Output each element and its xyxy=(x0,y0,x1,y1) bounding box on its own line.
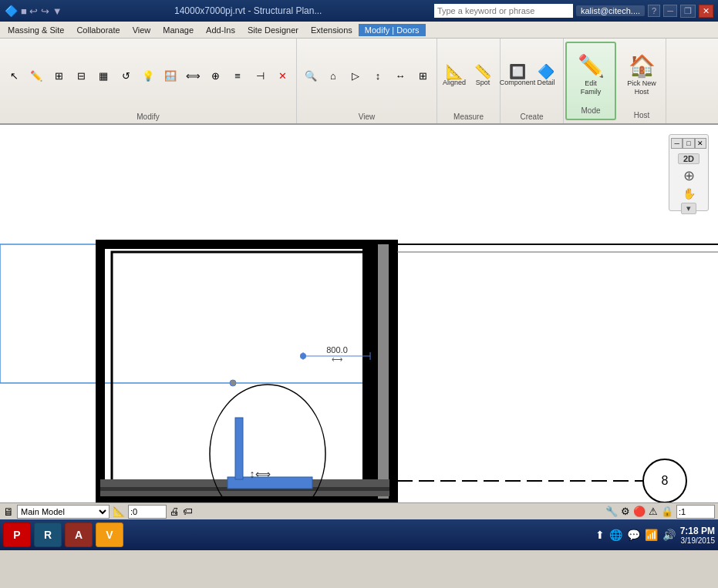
view-minimize-btn[interactable]: ─ xyxy=(671,138,683,149)
zoom-in-btn[interactable]: ▾ xyxy=(681,203,696,214)
view-btn3[interactable]: ▷ xyxy=(345,66,366,85)
zoom-input[interactable] xyxy=(676,505,715,519)
view-icon1: 🔍 xyxy=(305,71,317,81)
view-btn4[interactable]: ↕ xyxy=(367,66,389,85)
taskbar-right: ⬆ 🌐 💬 📶 🔊 7:18 PM 3/19/2015 xyxy=(595,526,715,545)
taskbar-btn-a[interactable]: A xyxy=(65,522,93,547)
rotate-btn[interactable]: ↺ xyxy=(115,66,137,85)
svg-rect-11 xyxy=(235,418,243,479)
user-badge: kalist@citech.... xyxy=(576,5,645,16)
menu-site-designer[interactable]: Site Designer xyxy=(241,24,305,36)
view-btn5[interactable]: ↔ xyxy=(389,66,411,85)
taskbar-icon-v: V xyxy=(106,529,113,541)
measure-icon2: 📏 xyxy=(474,65,491,79)
status-icon3: 🔴 xyxy=(633,506,646,517)
app-icon[interactable]: 🔷 xyxy=(5,5,18,17)
mode-label: Mode xyxy=(571,105,610,116)
more-btn[interactable]: ▦ xyxy=(93,66,114,85)
minimize-button[interactable]: ─ xyxy=(663,5,677,17)
window-btn[interactable]: 🪟 xyxy=(160,66,181,85)
view-btn1[interactable]: 🔍 xyxy=(300,66,322,85)
mirror-btn[interactable]: ⟺ xyxy=(182,66,204,85)
status-icon5: 🔒 xyxy=(661,506,673,517)
svg-rect-5 xyxy=(378,244,389,499)
more-icon: ▦ xyxy=(99,71,108,81)
restore-button[interactable]: ❐ xyxy=(680,5,696,18)
light-btn[interactable]: 💡 xyxy=(137,66,159,85)
menu-addins[interactable]: Add-Ins xyxy=(200,24,241,36)
align-btn[interactable]: ⊕ xyxy=(204,66,226,85)
taskbar-btn-p[interactable]: P xyxy=(3,522,31,547)
taskbar-sys-icon5: 🔊 xyxy=(662,529,676,541)
grid-btn[interactable]: ⊞ xyxy=(48,66,69,85)
svg-text:8: 8 xyxy=(662,474,669,487)
grid2-btn[interactable]: ⊟ xyxy=(70,66,92,85)
light-icon: 💡 xyxy=(142,71,154,81)
taskbar-btn-r[interactable]: R xyxy=(34,522,62,547)
create-label: Create xyxy=(504,111,560,122)
scale-input[interactable] xyxy=(128,505,167,519)
help-button[interactable]: ? xyxy=(648,5,660,17)
pick-new-host-btn[interactable]: 🏠 Pick New Host xyxy=(622,46,661,105)
view-icon5: ↔ xyxy=(396,71,406,81)
align2-icon: ≡ xyxy=(234,71,241,81)
model-selector[interactable]: Main Model xyxy=(17,505,110,519)
measure-btn1[interactable]: 📐 Aligned xyxy=(440,55,468,96)
canvas-area[interactable]: ↕⟺ 800.0 ⟷ 8 ─ ─ ─ ─ □ ✕ 2D ⊕ ✋ xyxy=(0,125,718,502)
status-icon1: 🔧 xyxy=(605,506,618,517)
view-close-btn[interactable]: ✕ xyxy=(695,138,706,149)
taskbar-sys-icon4: 📶 xyxy=(645,529,658,541)
align3-btn[interactable]: ⊣ xyxy=(249,66,271,85)
menu-manage[interactable]: Manage xyxy=(157,24,200,36)
ribbon-group-modify: ↖ ✏️ ⊞ ⊟ ▦ ↺ 💡 🪟 ⟺ ⊕ ≡ ⊣ ✕ Modify xyxy=(0,39,297,123)
taskbar-btn-v[interactable]: V xyxy=(96,522,123,547)
keyword-search[interactable] xyxy=(434,4,573,18)
ribbon-group-view: 🔍 ⌂ ▷ ↕ ↔ ⊞ View xyxy=(297,39,437,123)
view-label: View xyxy=(300,111,433,122)
taskbar-icon-a: A xyxy=(75,529,83,541)
menu-modify-doors[interactable]: Modify | Doors xyxy=(359,24,426,36)
taskbar-sys-icon2: 🌐 xyxy=(609,529,622,541)
pan-icon[interactable]: ✋ xyxy=(683,187,696,200)
tag-icon: 🏷 xyxy=(183,506,193,517)
modify-icon: ✏️ xyxy=(30,71,42,81)
grid2-icon: ⊟ xyxy=(77,71,86,81)
modify-label: Modify xyxy=(3,111,293,122)
delete-btn[interactable]: ✕ xyxy=(271,66,293,85)
view-icon4: ↕ xyxy=(376,71,381,81)
view-btn2[interactable]: ⌂ xyxy=(322,66,344,85)
svg-point-18 xyxy=(300,353,306,359)
create-btn2[interactable]: 🔷 Detail xyxy=(532,55,560,96)
edit-family-btn[interactable]: ✏️ Edit Family xyxy=(571,46,610,105)
menu-extensions[interactable]: Extensions xyxy=(305,24,359,36)
menu-massing-site[interactable]: Massing & Site xyxy=(2,24,70,36)
taskbar-icon-p: P xyxy=(13,529,20,541)
clock-time: 7:18 PM xyxy=(680,526,715,536)
view-2d-label: 2D xyxy=(678,153,699,164)
view-tools: 🔍 ⌂ ▷ ↕ ↔ ⊞ xyxy=(300,40,433,111)
taskbar-icon-r: R xyxy=(44,529,52,541)
quick-access-toolbar[interactable]: ■ ↩ ↪ ▼ xyxy=(21,5,62,17)
svg-point-19 xyxy=(230,380,236,386)
menu-collaborate[interactable]: Collaborate xyxy=(70,24,126,36)
pick-new-host-label: Pick New Host xyxy=(625,79,659,96)
menu-view[interactable]: View xyxy=(126,24,157,36)
zoom-extents-icon[interactable]: ⊕ xyxy=(683,167,695,184)
view-restore-btn[interactable]: □ xyxy=(683,138,694,149)
ribbon-group-create: 🔲 Component 🔷 Detail Create xyxy=(501,39,564,123)
measure-btn2[interactable]: 📏 Spot xyxy=(469,55,497,96)
view-btn6[interactable]: ⊞ xyxy=(412,66,433,85)
create-icon2: 🔷 xyxy=(538,65,555,79)
select-btn[interactable]: ↖ xyxy=(3,66,25,85)
menu-bar: Massing & Site Collaborate View Manage A… xyxy=(0,22,718,39)
modify-btn[interactable]: ✏️ xyxy=(25,66,47,85)
scale-icon: 📐 xyxy=(113,506,125,517)
align2-btn[interactable]: ≡ xyxy=(227,66,248,85)
create-btn1[interactable]: 🔲 Component xyxy=(504,55,531,96)
align-icon: ⊕ xyxy=(211,71,220,81)
system-clock: 7:18 PM 3/19/2015 xyxy=(680,526,715,545)
status-bar: 🖥 Main Model 📐 🖨 🏷 🔧 ⚙ 🔴 ⚠ 🔒 xyxy=(0,502,718,519)
print-icon: 🖨 xyxy=(170,506,180,517)
close-button[interactable]: ✕ xyxy=(699,5,713,18)
view-icon3: ▷ xyxy=(352,71,359,81)
